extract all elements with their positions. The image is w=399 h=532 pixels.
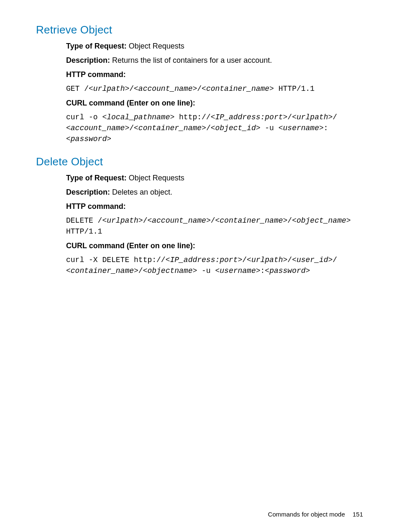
code-text: : [261, 267, 265, 275]
code-var: <urlpath> [292, 113, 332, 121]
code-text: http:// [174, 113, 210, 121]
type-label: Type of Request: [66, 42, 127, 50]
type-line: Type of Request: Object Requests [66, 172, 363, 184]
code-var: <urlpath> [89, 85, 129, 93]
section-title-delete: Delete Object [36, 155, 363, 168]
code-text: DELETE / [66, 216, 102, 225]
code-text: : [324, 124, 328, 132]
code-text: / [242, 256, 247, 264]
code-text: HTTP/1.1 [66, 227, 102, 236]
code-text: / [332, 256, 337, 264]
code-text: / [129, 124, 134, 132]
code-text: / [197, 85, 202, 93]
curl-label: CURL command (Enter on one line): [66, 242, 195, 250]
code-text: / [211, 216, 215, 225]
code-var: <account_name> [134, 85, 197, 93]
section-title-retrieve: Retrieve Object [36, 23, 363, 36]
page-number: 151 [353, 511, 363, 518]
code-var: <account_name> [147, 216, 210, 225]
code-text: / [143, 216, 148, 225]
code-var: <urlpath> [102, 216, 143, 225]
code-var: <container_name> [215, 216, 288, 225]
footer-text: Commands for object mode [268, 511, 345, 518]
code-var: <object_id> [211, 124, 261, 132]
page-footer: Commands for object mode 151 [268, 511, 363, 518]
curl-command: curl -X DELETE http://<IP_address:port>/… [66, 254, 363, 276]
code-text: / [332, 113, 337, 121]
desc-label: Description: [66, 56, 110, 64]
code-text: HTTP/1.1 [274, 85, 315, 93]
code-text: / [206, 124, 211, 132]
curl-label: CURL command (Enter on one line): [66, 99, 195, 107]
desc-value: Returns the list of containers for a use… [112, 56, 272, 64]
code-var: <local_pathname> [102, 113, 174, 121]
code-var: <account_name> [66, 124, 129, 132]
code-text: -u [197, 267, 215, 275]
code-var: <objectname> [143, 267, 197, 275]
code-var: <object_name> [292, 216, 350, 225]
http-label: HTTP command: [66, 70, 126, 79]
code-var: <container_name> [202, 85, 274, 93]
code-var: <container_name> [66, 267, 138, 275]
type-line: Type of Request: Object Requests [66, 41, 363, 52]
http-label-line: HTTP command: [66, 69, 363, 81]
page: Retrieve Object Type of Request: Object … [0, 0, 399, 532]
type-label: Type of Request: [66, 174, 127, 182]
code-text: GET / [66, 85, 89, 93]
desc-value: Deletes an object. [112, 188, 172, 196]
section-body-delete: Type of Request: Object Requests Descrip… [66, 172, 363, 276]
code-text: / [287, 216, 292, 225]
code-text: / [138, 267, 143, 275]
section-body-retrieve: Type of Request: Object Requests Descrip… [66, 41, 363, 144]
type-value: Object Requests [129, 174, 184, 182]
code-var: <username> [279, 124, 324, 132]
code-var: <urlpath> [247, 256, 287, 264]
curl-label-line: CURL command (Enter on one line): [66, 240, 363, 252]
http-command: GET /<urlpath>/<account_name>/<container… [66, 83, 363, 94]
code-text: curl -o [66, 113, 102, 121]
code-text: / [287, 256, 292, 264]
curl-label-line: CURL command (Enter on one line): [66, 98, 363, 109]
desc-label: Description: [66, 188, 110, 196]
code-var: <IP_address:port> [211, 113, 288, 121]
code-var: <user_id> [292, 256, 332, 264]
desc-line: Description: Deletes an object. [66, 187, 363, 198]
curl-command: curl -o <local_pathname> http://<IP_addr… [66, 112, 363, 144]
code-text: / [287, 113, 292, 121]
desc-line: Description: Returns the list of contain… [66, 55, 363, 67]
code-text: curl -X DELETE http:// [66, 256, 166, 264]
code-var: <container_name> [134, 124, 206, 132]
code-text: -u [261, 124, 279, 132]
code-var: <password> [66, 135, 111, 143]
type-value: Object Requests [129, 42, 184, 50]
section-gap [36, 148, 363, 155]
http-label-line: HTTP command: [66, 201, 363, 213]
code-var: <IP_address:port> [166, 256, 243, 264]
http-command: DELETE /<urlpath>/<account_name>/<contai… [66, 215, 363, 237]
code-var: <password> [265, 267, 310, 275]
code-text: / [129, 85, 134, 93]
code-var: <username> [215, 267, 260, 275]
http-label: HTTP command: [66, 202, 126, 211]
